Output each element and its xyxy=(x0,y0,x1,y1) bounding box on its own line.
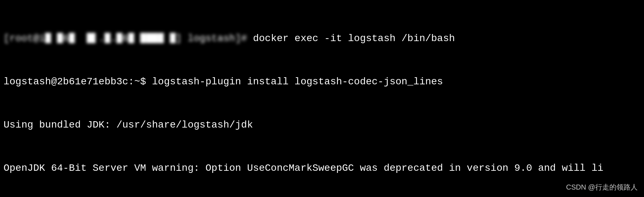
terminal-line-2: logstash@2b61e71ebb3c:~$ logstash-plugin… xyxy=(4,75,640,89)
terminal-line-1: [root@i█ █6█ █▌.█.█6█ ████ █] logstash]#… xyxy=(4,32,640,46)
redacted-info: [root@i█ █6█ █▌.█.█6█ ████ █] logstash]# xyxy=(4,33,247,44)
command-1: docker exec -it logstash /bin/bash xyxy=(247,33,455,44)
terminal-line-4: OpenJDK 64-Bit Server VM warning: Option… xyxy=(4,161,640,176)
terminal-window: [root@i█ █6█ █▌.█.█6█ ████ █] logstash]#… xyxy=(0,0,644,197)
terminal-line-3: Using bundled JDK: /usr/share/logstash/j… xyxy=(4,118,640,133)
watermark: CSDN @行走的领路人 xyxy=(566,182,638,192)
